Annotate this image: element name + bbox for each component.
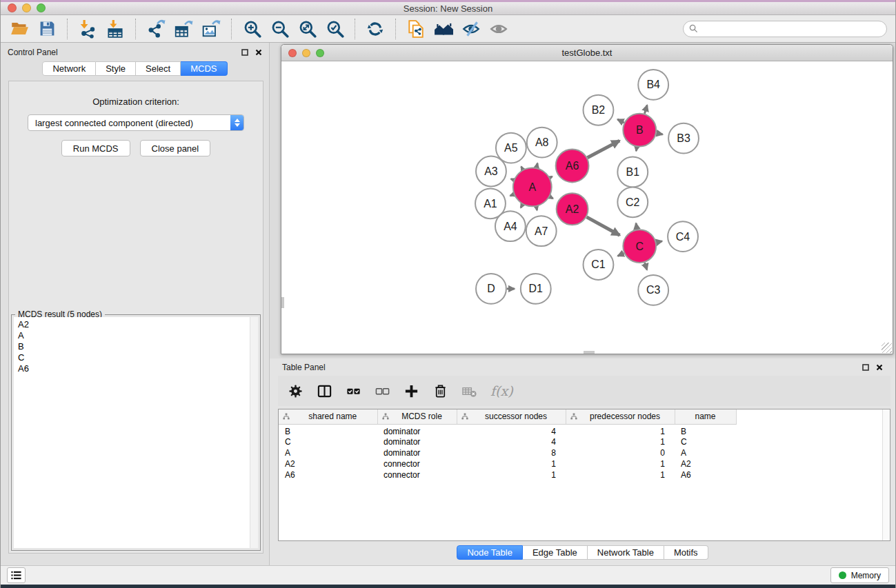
import-network-button[interactable] xyxy=(74,18,101,40)
select-all-columns-button[interactable] xyxy=(346,383,361,399)
close-network-button[interactable] xyxy=(288,49,297,57)
tab-style[interactable]: Style xyxy=(96,61,136,76)
resize-grip-icon[interactable] xyxy=(882,343,892,353)
graph-edge[interactable] xyxy=(510,194,514,196)
function-builder-button[interactable]: f(x) xyxy=(490,383,513,398)
search-input[interactable] xyxy=(701,24,881,34)
zoom-fit-icon xyxy=(298,19,317,38)
tab-network-table[interactable]: Network Table xyxy=(588,545,664,560)
network-vscroll-thumb[interactable] xyxy=(281,297,284,308)
zoom-selected-button[interactable] xyxy=(321,18,348,40)
column-header-name[interactable]: name xyxy=(675,409,736,424)
graph-edge[interactable] xyxy=(618,253,624,256)
zoom-in-button[interactable] xyxy=(239,18,265,40)
show-graphics-details-button[interactable] xyxy=(486,18,512,40)
close-panel-icon[interactable] xyxy=(255,49,262,56)
graph-node-label: C4 xyxy=(676,231,690,243)
delete-columns-button[interactable] xyxy=(432,383,448,399)
minimize-window-button[interactable] xyxy=(22,3,31,12)
export-network-button[interactable] xyxy=(143,18,169,40)
memory-button[interactable]: Memory xyxy=(830,567,889,583)
table-row[interactable]: Cdominator41C xyxy=(279,436,890,447)
close-table-panel-icon[interactable] xyxy=(876,364,883,371)
graph-edge[interactable] xyxy=(537,163,537,168)
network-window-controls xyxy=(288,49,324,57)
open-session-button[interactable] xyxy=(6,18,32,40)
column-header-successor-nodes[interactable]: successor nodes xyxy=(457,409,566,424)
result-item[interactable]: A6 xyxy=(18,363,254,374)
float-panel-icon[interactable] xyxy=(241,49,248,56)
unselect-all-columns-button[interactable] xyxy=(375,383,390,399)
table-scrollbar[interactable] xyxy=(882,409,890,540)
network-view-window: testGlobe.txt B4B2BB3A5A8A6A3B1AC2A1A2A4… xyxy=(281,44,893,354)
main-toolbar xyxy=(1,15,895,43)
graph-edge[interactable] xyxy=(657,133,663,134)
mcds-result-list[interactable]: A2ABCA6 xyxy=(14,317,258,548)
result-item[interactable]: A2 xyxy=(18,319,254,330)
delete-table-button[interactable] xyxy=(461,383,477,399)
table-row[interactable]: Bdominator41B xyxy=(279,424,890,436)
table-row[interactable]: Adominator80A xyxy=(279,447,890,458)
home-layout-button[interactable] xyxy=(430,18,457,40)
minimize-network-button[interactable] xyxy=(302,49,310,57)
graph-edge[interactable] xyxy=(521,205,523,208)
graph-node-label: C1 xyxy=(591,258,606,270)
graph-edge[interactable] xyxy=(644,105,647,113)
graph-edge[interactable] xyxy=(645,263,647,270)
graph-edge[interactable] xyxy=(636,147,637,151)
close-panel-button[interactable]: Close panel xyxy=(140,140,211,156)
export-table-button[interactable] xyxy=(170,18,197,40)
table-row[interactable]: A6connector11A6 xyxy=(279,469,890,480)
graph-edge[interactable] xyxy=(657,241,662,243)
refresh-button[interactable] xyxy=(362,18,388,40)
app-title: Session: New Session xyxy=(1,3,895,14)
tab-node-table[interactable]: Node Table xyxy=(457,545,523,560)
tab-network[interactable]: Network xyxy=(42,61,96,76)
zoom-window-button[interactable] xyxy=(37,3,46,12)
tab-select[interactable]: Select xyxy=(136,61,181,76)
settings-button[interactable] xyxy=(288,383,303,399)
export-image-button[interactable] xyxy=(198,18,224,40)
column-header-predecessor-nodes[interactable]: predecessor nodes xyxy=(566,409,675,424)
network-hscroll-thumb[interactable] xyxy=(584,351,595,354)
graph-edge[interactable] xyxy=(511,179,514,181)
hide-graphics-details-button[interactable] xyxy=(458,18,484,40)
tab-edge-table[interactable]: Edge Table xyxy=(523,545,588,560)
graph-edge[interactable] xyxy=(617,119,624,123)
save-session-button[interactable] xyxy=(34,18,60,40)
result-item[interactable]: B xyxy=(18,341,254,352)
graph-edge[interactable] xyxy=(550,196,553,199)
import-table-button[interactable] xyxy=(102,18,128,40)
close-window-button[interactable] xyxy=(8,3,17,12)
network-canvas[interactable]: B4B2BB3A5A8A6A3B1AC2A1A2A4A7C4CC1DD1C3 xyxy=(281,62,893,354)
run-mcds-button[interactable]: Run MCDS xyxy=(61,140,130,156)
tab-mcds[interactable]: MCDS xyxy=(181,61,227,76)
task-history-button[interactable] xyxy=(7,567,26,583)
graph-edge[interactable] xyxy=(636,223,637,230)
float-table-panel-icon[interactable] xyxy=(862,364,869,371)
zoom-network-button[interactable] xyxy=(316,49,324,57)
graph-edge[interactable] xyxy=(550,176,552,178)
tab-motifs[interactable]: Motifs xyxy=(664,545,708,560)
zoom-out-button[interactable] xyxy=(266,18,292,40)
column-header-mcds-role[interactable]: MCDS role xyxy=(377,409,457,424)
add-column-button[interactable] xyxy=(404,383,419,399)
optimization-criterion-label: Optimization criterion: xyxy=(92,97,179,107)
control-panel-header: Control Panel xyxy=(1,43,269,62)
sort-tree-icon xyxy=(570,413,577,420)
column-header-shared-name[interactable]: shared name xyxy=(279,409,377,424)
duplicate-network-button[interactable] xyxy=(403,18,429,40)
table-row[interactable]: A2connector11A2 xyxy=(279,458,890,469)
show-columns-button[interactable] xyxy=(317,383,332,399)
graph-edge[interactable] xyxy=(537,207,537,210)
search-box[interactable] xyxy=(683,21,887,37)
graph-edge[interactable] xyxy=(587,217,620,235)
result-scrollbar[interactable] xyxy=(250,317,258,548)
criterion-select[interactable]: largest connected component (directed) xyxy=(28,114,244,131)
graph-node-label: B4 xyxy=(646,79,660,90)
zoom-fit-button[interactable] xyxy=(294,18,320,40)
result-item[interactable]: A xyxy=(18,330,254,341)
graph-edge[interactable] xyxy=(588,141,620,158)
graph-edge[interactable] xyxy=(521,167,523,170)
result-item[interactable]: C xyxy=(18,352,254,363)
